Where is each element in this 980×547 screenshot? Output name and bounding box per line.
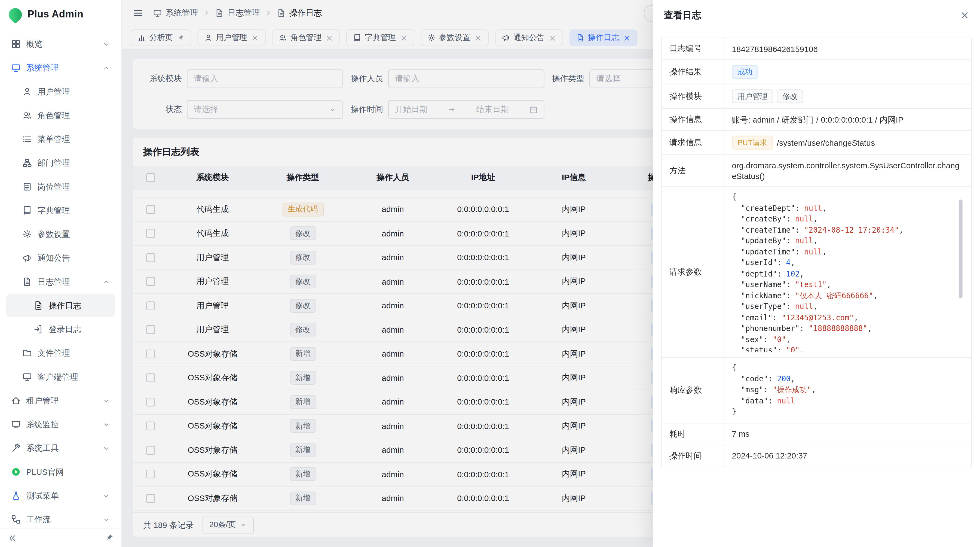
cell-ip-address: 0:0:0:0:0:0:0:1 (438, 462, 529, 486)
home-icon (11, 396, 21, 405)
tab-analysis[interactable]: 分析页 (130, 29, 191, 46)
request_params-code[interactable]: { "createDept": null, "createBy": null, … (732, 192, 964, 352)
sidebar-item-client-mgmt[interactable]: 客户端管理 (6, 365, 115, 388)
tab-user-mgmt[interactable]: 用户管理 (197, 29, 265, 46)
select-all-checkbox[interactable] (146, 173, 154, 182)
drawer-row-value: { "createDept": null, "createBy": null, … (724, 187, 971, 357)
sidebar-item-label: 文件管理 (38, 347, 70, 359)
row-checkbox-cell (133, 198, 167, 221)
row-checkbox[interactable] (146, 494, 154, 502)
cell-operation-type: 修改 (258, 318, 348, 341)
filter-field-status: 状态请选择 (143, 100, 343, 119)
sidebar-item-label: 操作日志 (49, 300, 81, 311)
code-line: "nickName": "仅本人 密码666666", (732, 290, 964, 301)
row-checkbox[interactable] (146, 277, 154, 286)
cell-system-module: OSS对象存储 (167, 391, 258, 414)
row-checkbox[interactable] (146, 422, 154, 431)
breadcrumb-item-operation-log[interactable]: 操作日志 (277, 7, 322, 18)
row-checkbox[interactable] (146, 229, 154, 238)
cell-operation-type: 新增 (258, 486, 348, 510)
drawer-row-info: 操作信息账号: admin / 研发部门 / 0:0:0:0:0:0:0:1 /… (662, 109, 971, 131)
sidebar-item-post-mgmt[interactable]: 岗位管理 (6, 175, 115, 198)
cell-operator: admin (348, 414, 438, 438)
plain-tag: 修改 (777, 89, 803, 103)
sidebar-item-system-monitor[interactable]: 系统监控 (6, 413, 115, 436)
tab-operation-log[interactable]: 操作日志 (569, 29, 637, 46)
scrollbar-thumb[interactable] (959, 199, 963, 298)
cell-operation-type: 修改 (258, 270, 348, 293)
cell-ip-address: 0:0:0:0:0:0:0:1 (438, 294, 529, 317)
collapse-sidebar-button[interactable] (8, 533, 17, 542)
cell-ip-address: 0:0:0:0:0:0:0:1 (438, 318, 529, 341)
sidebar-item-system-tools[interactable]: 系统工具 (6, 437, 115, 460)
filter-daterange-operation-time[interactable]: 开始日期结束日期 (388, 100, 544, 119)
sidebar-item-notice[interactable]: 通知公告 (6, 247, 115, 270)
chevron-down-icon (329, 106, 336, 113)
tab-close-icon (325, 34, 333, 41)
filter-input-system-module[interactable]: 请输入 (187, 69, 343, 88)
row-checkbox[interactable] (146, 301, 154, 310)
logo[interactable]: Plus Admin (0, 0, 121, 29)
row-checkbox[interactable] (146, 398, 154, 407)
sidebar-item-param-settings[interactable]: 参数设置 (6, 223, 115, 246)
megaphone-icon (22, 254, 32, 263)
sidebar-item-label: 部门管理 (38, 157, 70, 168)
row-checkbox[interactable] (146, 253, 154, 262)
breadcrumb-separator-icon (203, 9, 210, 16)
filter-select-status[interactable]: 请选择 (187, 100, 343, 119)
cell-ip-address: 0:0:0:0:0:0:0:1 (438, 270, 529, 293)
sidebar-item-overview[interactable]: 概览 (6, 32, 115, 56)
menu-toggle-button[interactable] (133, 8, 143, 18)
breadcrumb-separator-icon (265, 9, 272, 16)
tab-role-mgmt[interactable]: 角色管理 (272, 29, 340, 46)
sidebar-item-dict-mgmt[interactable]: 字典管理 (6, 199, 115, 222)
globe-icon (11, 467, 21, 477)
sidebar-item-menu-mgmt[interactable]: 菜单管理 (6, 128, 115, 151)
row-checkbox[interactable] (146, 373, 154, 382)
drawer-row-value: 成功 (724, 60, 971, 84)
sidebar-item-login-log[interactable]: 登录日志 (6, 317, 115, 341)
sidebar-item-tenant-mgmt[interactable]: 租户管理 (6, 389, 115, 412)
sidebar-item-system-mgmt[interactable]: 系统管理 (6, 56, 115, 80)
placeholder: 请选择 (596, 73, 620, 85)
operation-type-tag: 新增 (290, 467, 316, 482)
row-checkbox[interactable] (146, 446, 154, 455)
sidebar-item-role-mgmt[interactable]: 角色管理 (6, 104, 115, 127)
tab-close-icon (399, 34, 407, 41)
tab-dict-mgmt[interactable]: 字典管理 (346, 29, 414, 46)
cell-ip-info: 内网IP (529, 270, 619, 293)
sidebar-item-dept-mgmt[interactable]: 部门管理 (6, 152, 115, 175)
sidebar-item-log-mgmt[interactable]: 日志管理 (6, 270, 115, 293)
tab-param-settings[interactable]: 参数设置 (420, 29, 488, 46)
monitor-icon (11, 420, 21, 429)
drawer-row-value: 1842781986426159106 (724, 38, 971, 59)
breadcrumb-item-log-mgmt[interactable]: 日志管理 (215, 7, 260, 18)
drawer-row-label: 操作结果 (662, 60, 724, 84)
cell-operator: admin (348, 342, 438, 365)
row-checkbox[interactable] (146, 325, 154, 334)
drawer-row-label: 操作模块 (662, 85, 724, 108)
sidebar-item-user-mgmt[interactable]: 用户管理 (6, 80, 115, 103)
sidebar-item-test-menu[interactable]: 测试菜单 (6, 484, 115, 507)
cell-operator: admin (348, 270, 438, 293)
drawer-row-value: 用户管理修改 (724, 85, 971, 108)
sidebar-pin-button[interactable] (104, 533, 113, 542)
sidebar-item-operation-log[interactable]: 操作日志 (6, 294, 115, 317)
gear-icon (22, 230, 32, 239)
sidebar-item-workflow[interactable]: 工作流 (6, 508, 115, 528)
close-icon[interactable] (960, 10, 969, 20)
row-checkbox[interactable] (146, 349, 154, 358)
tab-close-icon (474, 34, 482, 41)
row-checkbox-cell (133, 414, 167, 438)
filter-input-operator[interactable]: 请输入 (388, 69, 544, 88)
row-checkbox[interactable] (146, 470, 154, 478)
sidebar-item-file-mgmt[interactable]: 文件管理 (6, 341, 115, 365)
tab-notice[interactable]: 通知公告 (495, 29, 563, 46)
row-checkbox[interactable] (146, 205, 154, 214)
code-line: "userName": "test1", (732, 279, 964, 290)
row-checkbox-cell (133, 391, 167, 414)
breadcrumb-item-system-mgmt[interactable]: 系统管理 (153, 7, 198, 18)
cell-operator: admin (348, 222, 438, 245)
sidebar-item-plus-website[interactable]: PLUS官网 (6, 460, 115, 483)
page-size-select[interactable]: 20条/页 (202, 516, 254, 534)
